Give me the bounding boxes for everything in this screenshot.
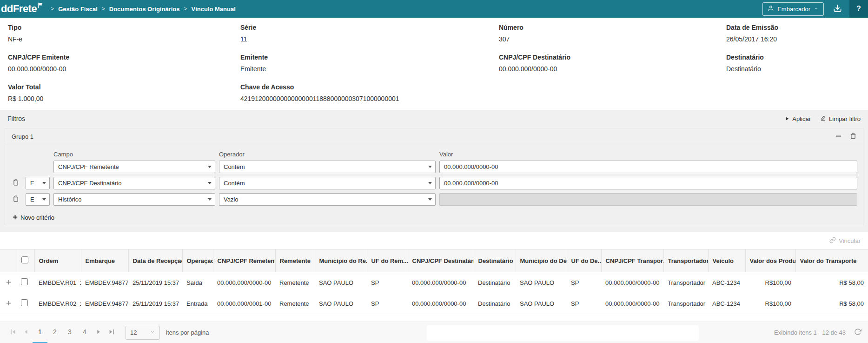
table-row[interactable]: EMBDEV.R01_13 EMBDEV.94877 25/11/2019 15… <box>0 272 868 293</box>
next-page-button[interactable] <box>92 326 105 339</box>
cell-municipio-dest: SAO PAULO <box>516 272 567 293</box>
row-checkbox[interactable] <box>21 299 28 306</box>
column-header-ordem[interactable]: Ordem <box>34 249 81 272</box>
field-cnpj-destinatario: CNPJ/CPF Destinatário 00.000.000/0000-00 <box>499 54 726 73</box>
page-button-3[interactable]: 3 <box>62 322 77 343</box>
new-criteria-button[interactable]: Novo critério <box>13 214 54 221</box>
column-header-cnpj-remetente[interactable]: CNPJ/CPF Remetente <box>213 249 275 272</box>
column-header-uf-dest[interactable]: UF do De... <box>567 249 601 272</box>
trash-icon <box>13 179 19 187</box>
cell-valor-produtos: R$100,00 <box>745 272 795 293</box>
document-details-grid: Tipo NF-e Série 11 Número 307 Data de Em… <box>8 24 860 102</box>
help-button[interactable]: ? <box>849 0 868 18</box>
select-all-checkbox[interactable] <box>21 256 28 263</box>
cell-cnpj-remetente: 00.000.000/0000-00 <box>213 272 275 293</box>
cell-expander <box>0 293 17 314</box>
breadcrumb-gestao-fiscal[interactable]: Gestão Fiscal <box>58 6 98 13</box>
document-details: Tipo NF-e Série 11 Número 307 Data de Em… <box>0 18 868 110</box>
column-header-remetente[interactable]: Remetente <box>275 249 315 272</box>
column-header-valor-transporte[interactable]: Valor do Transporte <box>795 249 868 272</box>
column-header-valor-produtos[interactable]: Valor dos Produtos <box>745 249 795 272</box>
field-destinatario: Destinatário Destinatário <box>726 54 860 73</box>
refresh-button[interactable] <box>854 328 861 337</box>
prev-page-button[interactable] <box>20 326 33 339</box>
operator-select[interactable]: Contém <box>219 177 436 189</box>
download-button[interactable] <box>831 2 844 16</box>
group-title: Grupo 1 <box>12 133 33 140</box>
page-button-2[interactable]: 2 <box>47 322 62 343</box>
delete-criteria-button[interactable] <box>13 195 22 203</box>
first-page-button[interactable] <box>7 326 20 339</box>
plus-icon <box>6 279 11 286</box>
operator-select[interactable]: Contém <box>219 161 436 173</box>
page-button-4[interactable]: 4 <box>77 322 92 343</box>
cell-remetente: Remetente <box>275 293 315 314</box>
apply-filter-button[interactable]: Aplicar <box>785 115 811 122</box>
field-select[interactable]: CNPJ/CPF Remetente <box>53 161 215 173</box>
expand-row-button[interactable] <box>6 300 11 307</box>
column-header-municipio-rem[interactable]: Município do Re... <box>315 249 367 272</box>
delete-criteria-button[interactable] <box>13 179 22 187</box>
cell-uf-rem: SP <box>367 272 408 293</box>
column-header-cnpj-transportador[interactable]: CNPJ/CPF Transpor... <box>601 249 663 272</box>
campo-label: Campo <box>53 151 215 158</box>
select-caret-icon <box>42 194 46 205</box>
app-logo[interactable]: ddFrete <box>0 2 43 16</box>
clear-filter-label: Limpar filtro <box>829 115 861 122</box>
apply-filter-label: Aplicar <box>792 115 811 122</box>
column-header-cnpj-destinatario[interactable]: CNPJ/CPF Destinatário <box>408 249 474 272</box>
clear-filter-button[interactable]: Limpar filtro <box>820 115 861 122</box>
logic-select[interactable]: E <box>26 193 50 206</box>
select-caret-icon <box>208 194 212 205</box>
filters-panel: Filtros Aplicar Limpar filtro Grupo 1 <box>0 110 868 232</box>
field-select[interactable]: CNPJ/CPF Destinatário <box>53 177 215 189</box>
column-header-embarque[interactable]: Embarque <box>81 249 128 272</box>
play-icon <box>785 115 789 122</box>
value-input[interactable] <box>439 177 857 189</box>
table-row[interactable]: EMBDEV.R02_13 EMBDEV.94877 25/11/2019 15… <box>0 293 868 314</box>
column-header-municipio-dest[interactable]: Município do De... <box>516 249 567 272</box>
field-label: Número <box>499 24 726 31</box>
field-select[interactable]: Histórico <box>53 193 215 206</box>
vincular-button[interactable]: Vincular <box>829 237 861 245</box>
column-header-transportador[interactable]: Transportador <box>663 249 708 272</box>
column-header-operacao[interactable]: Operação <box>182 249 213 272</box>
cell-uf-dest: SP <box>567 272 601 293</box>
filter-row: E CNPJ/CPF Destinatário Contém <box>5 175 863 191</box>
pagination-info: Exibindo itens 1 - 12 de 43 <box>774 329 846 336</box>
column-header-veiculo[interactable]: Veículo <box>708 249 745 272</box>
expand-row-button[interactable] <box>6 279 11 286</box>
page-size-select[interactable]: 12 <box>126 326 160 340</box>
cell-ordem: EMBDEV.R01_13 <box>34 272 81 293</box>
refresh-icon <box>854 328 861 337</box>
field-value: 00.000.000/0000-00 <box>499 65 726 73</box>
user-menu-button[interactable]: Embarcador <box>762 2 824 16</box>
cell-checkbox <box>17 272 34 293</box>
results-area: Vincular Ordem Embarque Data de Recepção… <box>0 232 868 322</box>
column-header-destinatario[interactable]: Destinatário <box>474 249 516 272</box>
operator-select[interactable]: Vazio <box>219 193 436 206</box>
field-label: Emitente <box>240 54 499 61</box>
field-label: Chave de Acesso <box>240 83 499 91</box>
breadcrumb-documentos-originarios[interactable]: Documentos Originários <box>109 6 180 13</box>
column-header-uf-rem[interactable]: UF do Rem... <box>367 249 408 272</box>
logic-select[interactable]: E <box>26 177 50 189</box>
delete-group-button[interactable] <box>850 133 856 141</box>
trash-icon <box>850 133 856 141</box>
column-header-data-recepcao[interactable]: Data de Recepção <box>128 249 182 272</box>
value-input[interactable] <box>439 161 857 173</box>
field-valor-total: Valor Total R$ 1.000,00 <box>8 83 240 102</box>
page-button-1[interactable]: 1 <box>33 322 47 343</box>
field-label: Valor Total <box>8 83 240 91</box>
field-chave-acesso: Chave de Acesso 421912000000000000001188… <box>240 83 499 102</box>
select-caret-icon <box>208 177 212 189</box>
overlay-box <box>427 325 699 341</box>
plus-icon <box>6 300 11 307</box>
last-page-button[interactable] <box>105 326 118 339</box>
filter-row: E Histórico Vazio <box>5 191 863 208</box>
cell-municipio-rem: SAO PAULO <box>315 293 367 314</box>
collapse-group-button[interactable] <box>835 133 841 141</box>
field-value: R$ 1.000,00 <box>8 95 240 102</box>
row-checkbox[interactable] <box>21 278 28 285</box>
breadcrumb-vinculo-manual: Vínculo Manual <box>191 6 235 13</box>
